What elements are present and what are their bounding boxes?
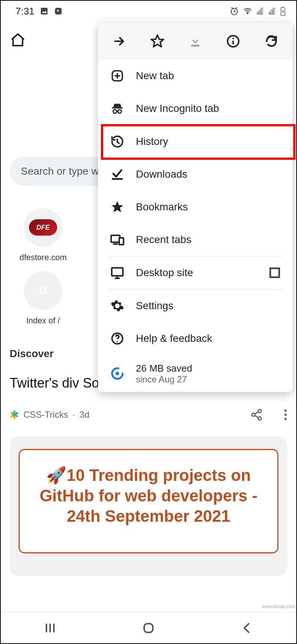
svg-rect-31 [270,268,279,277]
menu-data-saved[interactable]: 26 MB saved since Aug 27 [98,355,293,392]
svg-point-8 [258,410,261,413]
svg-point-22 [118,110,122,113]
history-icon [109,135,125,149]
battery-icon [280,6,286,16]
svg-point-18 [232,38,234,39]
card-headline: 🚀10 Trending projects on GitHub for web … [32,465,265,526]
data-saver-icon [109,366,125,381]
gear-icon [109,299,125,313]
svg-rect-6 [282,7,284,7]
help-icon [109,331,125,346]
svg-rect-26 [119,238,124,245]
svg-point-33 [117,341,118,342]
shortcut-indexof[interactable]: G Index of / [17,271,69,326]
menu-label: Desktop site [136,267,193,279]
wifi-icon [243,6,252,16]
article-age: 3d [79,410,89,420]
shortcut-dfestore[interactable]: DFE dfestore.com [17,208,69,262]
forward-icon[interactable] [111,33,127,49]
svg-point-10 [258,417,261,420]
svg-point-13 [284,418,287,420]
menu-incognito[interactable]: New Incognito tab [98,92,293,125]
more-icon[interactable] [284,408,287,421]
source-icon: ✱ [10,408,19,421]
menu-label: Recent tabs [136,234,191,246]
menu-downloads[interactable]: Downloads [98,158,293,191]
menu-bookmarks[interactable]: Bookmarks [98,191,293,223]
menu-new-tab[interactable]: New tab [98,59,293,92]
checkbox-icon[interactable] [268,266,281,279]
svg-rect-15 [191,45,199,46]
shortcut-label: Index of / [26,316,60,325]
menu-recent-tabs[interactable]: Recent tabs [98,223,293,256]
signal-icon [256,7,264,15]
svg-point-9 [252,413,255,417]
data-saved-amount: 26 MB saved [136,363,192,374]
menu-label: New tab [136,70,174,82]
svg-rect-20 [112,107,123,109]
svg-point-35 [115,372,119,375]
signal2-icon [268,7,276,15]
svg-point-11 [284,410,287,412]
incognito-icon [109,101,125,116]
devices-icon [109,232,125,247]
menu-label: Downloads [136,168,187,180]
svg-marker-24 [111,201,123,212]
info-icon[interactable] [225,33,241,49]
menu-label: History [136,136,168,148]
svg-rect-0 [41,8,48,14]
recents-button[interactable] [43,621,58,635]
svg-rect-39 [144,624,153,632]
status-clock: 7:31 [16,6,35,17]
svg-marker-7 [282,9,284,14]
menu-history[interactable]: History [98,125,293,158]
overflow-menu: New tab New Incognito tab History Downlo… [98,23,293,392]
shortcut-label: dfestore.com [19,253,66,262]
menu-desktop-site[interactable]: Desktop site [98,256,293,289]
data-saved-since: since Aug 27 [136,374,192,385]
bookmark-star-icon[interactable] [149,33,166,49]
menu-label: Settings [136,300,173,312]
discover-card[interactable]: 🚀10 Trending projects on GitHub for web … [10,436,287,576]
call-icon [54,7,63,16]
search-placeholder: Search or type web [21,165,110,177]
svg-point-4 [247,13,248,14]
download-icon[interactable] [187,33,203,49]
status-bar: 7:31 [1,1,296,22]
back-nav-button[interactable] [239,621,254,635]
system-nav-bar [1,612,296,643]
menu-label: Bookmarks [136,201,188,213]
svg-rect-2 [55,8,62,14]
refresh-icon[interactable] [263,33,280,49]
menu-help[interactable]: Help & feedback [98,322,293,355]
download-done-icon [109,167,125,181]
menu-label: New Incognito tab [136,103,219,114]
watermark: www.deuaq.com [262,604,295,609]
menu-settings[interactable]: Settings [98,289,293,322]
monitor-icon [109,265,125,280]
home-nav-button[interactable] [141,621,156,635]
menu-top-row [98,23,293,59]
svg-marker-14 [151,35,163,47]
menu-label: Help & feedback [136,333,212,344]
star-filled-icon [109,200,125,214]
home-button[interactable] [10,32,26,48]
image-icon [40,7,49,16]
plusbox-icon [109,69,125,82]
share-icon[interactable] [250,408,263,421]
article-meta: ✱ CSS-Tricks · 3d [10,408,287,421]
alarm-icon [229,6,239,16]
svg-rect-28 [112,268,123,276]
article-source: CSS-Tricks [23,410,68,420]
svg-point-21 [113,110,117,113]
svg-point-12 [284,414,287,416]
